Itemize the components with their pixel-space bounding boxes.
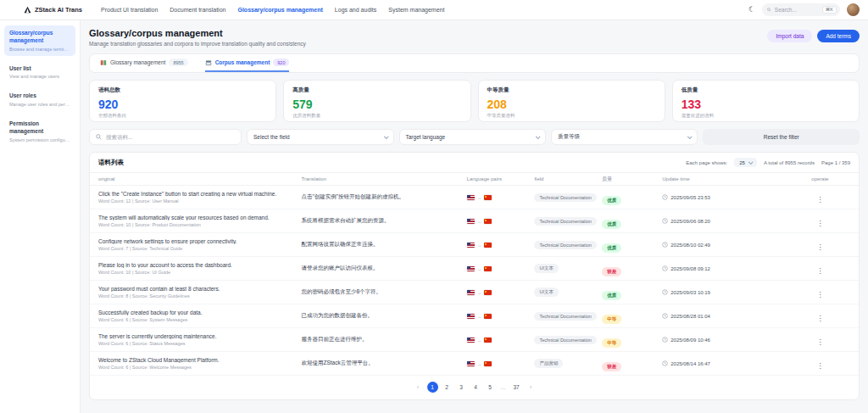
quality-level-value: 质量等级 [558, 133, 580, 141]
add-terms-button[interactable]: Add terms [817, 30, 860, 42]
clock-icon [662, 360, 668, 366]
global-search-input[interactable] [775, 7, 819, 13]
cell-update-time: 2025/09/03 10:19 [662, 289, 790, 295]
stat-note: 全部语料条目 [98, 113, 267, 119]
table-row[interactable]: The server is currently undergoing maint… [90, 328, 859, 352]
pagination-prev-icon[interactable]: ‹ [413, 382, 424, 393]
flag-us-icon [467, 290, 475, 295]
sidebar-item-user-list[interactable]: User list View and manage users [4, 61, 75, 84]
update-time-text: 2025/09/08 09:12 [670, 266, 710, 271]
sidebar-item-subtitle: Browse and manage terminology entries [9, 47, 70, 52]
stat-note: 优质语料数量 [292, 113, 461, 119]
pagination-page-5[interactable]: 5 [485, 382, 496, 393]
row-actions-kebab-icon[interactable]: ⋮ [813, 196, 826, 204]
pagination-page-1[interactable]: 1 [427, 382, 438, 393]
cell-update-time: 2025/09/05 23:53 [662, 194, 790, 200]
target-language-dropdown[interactable]: Target language [399, 129, 546, 145]
table-row[interactable]: Please log in to your account to access … [90, 257, 859, 281]
pagination-page-37[interactable]: 37 [511, 382, 522, 393]
cell-quality: 较差 [602, 261, 662, 276]
original-meta: Word Count: 7 | Source: Technical Guide [98, 246, 301, 251]
page-size-label: Each page shows: [686, 160, 727, 165]
row-actions-kebab-icon[interactable]: ⋮ [813, 315, 826, 322]
flag-us-icon [467, 338, 475, 343]
stat-note: 中等质量语料 [487, 113, 656, 119]
nav-system-management[interactable]: System management [388, 7, 444, 13]
update-time-text: 2025/08/14 16:47 [670, 361, 710, 366]
row-actions-kebab-icon[interactable]: ⋮ [813, 243, 826, 251]
update-time-text: 2025/09/03 10:19 [670, 290, 710, 295]
original-text: Please log in to your account to access … [98, 262, 301, 268]
corpus-search-box[interactable] [89, 129, 242, 145]
import-data-button[interactable]: Import data [767, 30, 812, 42]
col-translation: Translation [301, 176, 466, 181]
pagination-page-4[interactable]: 4 [470, 382, 481, 393]
chevron-down-icon [687, 134, 693, 139]
field-select-dropdown[interactable]: Select the field [247, 129, 393, 145]
row-actions-kebab-icon[interactable]: ⋮ [813, 338, 826, 346]
row-actions-kebab-icon[interactable]: ⋮ [813, 267, 826, 275]
cell-language-pair: → [467, 314, 535, 319]
reset-filter-button[interactable]: Reset the filter [703, 129, 860, 145]
stat-label: 低质量 [682, 87, 850, 94]
sidebar-item-user-roles[interactable]: User roles Manage user roles and permiss… [4, 88, 75, 111]
row-actions-kebab-icon[interactable]: ⋮ [813, 220, 826, 227]
sidebar: Glossary/corpus management Browse and ma… [0, 20, 81, 413]
pagination-page-3[interactable]: 3 [456, 382, 467, 393]
sidebar-item-glossary-corpus[interactable]: Glossary/corpus management Browse and ma… [4, 25, 75, 56]
nav-document-translation[interactable]: Document translation [170, 7, 225, 13]
cell-original: Please log in to your account to access … [98, 262, 301, 275]
main-content: Glossary/corpus management Manage transl… [81, 20, 868, 413]
tab-corpus-management[interactable]: Corpus management 920 [205, 54, 290, 72]
tab-label: Corpus management [215, 59, 270, 65]
nav-logs-and-audits[interactable]: Logs and audits [335, 7, 376, 13]
table-title: 语料列表 [98, 159, 124, 167]
table-row[interactable]: Welcome to ZStack Cloud Management Platf… [90, 352, 859, 376]
cell-language-pair: → [467, 219, 535, 224]
pagination-page-2[interactable]: 2 [442, 382, 453, 393]
stat-value: 920 [98, 98, 267, 110]
row-actions-kebab-icon[interactable]: ⋮ [813, 362, 826, 370]
sidebar-item-subtitle: System permission configuration [9, 137, 70, 142]
cell-translation: 点击"创建实例"按钮开始创建新的虚拟机。 [301, 193, 466, 201]
cell-translation: 配置网络设置以确保正常连接。 [301, 241, 466, 248]
cell-quality: 较差 [602, 356, 662, 371]
stat-card-total: 语料总数 920 全部语料条目 [89, 80, 276, 122]
total-records-label: A total of 8955 records [764, 160, 815, 165]
page-size-select[interactable]: 25 [734, 158, 757, 167]
stat-value: 579 [292, 98, 461, 110]
table-row[interactable]: Click the "Create Instance" button to st… [90, 186, 859, 209]
quality-level-dropdown[interactable]: 质量等级 [551, 129, 698, 145]
cell-update-time: 2025/08/10 02:49 [662, 242, 790, 248]
user-avatar[interactable] [847, 3, 860, 16]
sidebar-item-permission-management[interactable]: Permission management System permission … [4, 116, 75, 147]
pagination-next-icon[interactable]: › [526, 382, 537, 393]
corpus-search-input[interactable] [106, 134, 235, 140]
dark-mode-toggle-moon-icon[interactable]: ☾ [748, 6, 755, 14]
stat-value: 208 [487, 98, 656, 110]
flag-cn-icon [484, 243, 492, 248]
clock-icon [662, 194, 668, 200]
sidebar-item-subtitle: View and manage users [9, 74, 70, 79]
col-original: original [98, 176, 301, 181]
nav-glossary-corpus-management[interactable]: Glossary/corpus management [237, 7, 322, 13]
table-row[interactable]: The system will automatically scale your… [90, 209, 859, 233]
cell-field: UI文本 [534, 285, 602, 300]
cell-operate: ⋮ [790, 332, 850, 348]
table-row[interactable]: Configure network settings to ensure pro… [90, 233, 859, 257]
stat-label: 中等质量 [487, 87, 656, 94]
brand-logo[interactable]: ZStack AI Trans [24, 6, 82, 14]
sidebar-item-subtitle: Manage user roles and permissions [9, 102, 70, 107]
global-search[interactable]: ⌘K [762, 3, 840, 16]
original-meta: Word Count: 6 | Source: Status Messages [98, 341, 301, 346]
original-meta: Word Count: 6 | Source: Welcome Messages [98, 365, 301, 370]
tab-glossary-management[interactable]: Glossary management 8955 [100, 54, 188, 72]
update-time-text: 2025/08/09 10:46 [670, 338, 710, 343]
stat-card-medium-quality: 中等质量 208 中等质量语料 [478, 80, 665, 122]
page-header: Glossary/corpus management Manage transl… [89, 28, 860, 47]
row-actions-kebab-icon[interactable]: ⋮ [813, 291, 826, 299]
table-row[interactable]: Your password must contain at least 8 ch… [90, 281, 859, 304]
nav-product-ui-translation[interactable]: Product UI translation [101, 7, 158, 13]
flag-cn-icon [484, 338, 492, 343]
table-row[interactable]: Successfully created backup for your dat… [90, 304, 859, 328]
